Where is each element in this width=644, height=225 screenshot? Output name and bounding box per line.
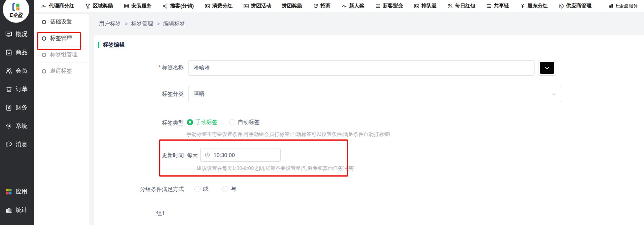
tag-type-radio[interactable]: 自动标签	[229, 119, 260, 126]
topnav-item[interactable]: 消费分红	[205, 2, 233, 9]
breadcrumb-separator: >	[124, 21, 127, 27]
sidebar-item[interactable]: 统计	[5, 205, 27, 215]
image-icon	[205, 3, 210, 9]
topnav-items: 代理商分红区域奖励安装服务推客(分销)消费分红拼团活动拼团奖励招商新人奖新客裂变…	[41, 2, 592, 9]
topnav-item[interactable]: 共享链	[486, 2, 509, 9]
topnav-item[interactable]: 每日红包	[447, 2, 475, 9]
tag-type-radio[interactable]: 手动标签	[187, 119, 217, 126]
share-icon	[162, 3, 168, 9]
tag-category-value: 嘻嘻	[194, 91, 205, 98]
collapse-toggle-button[interactable]	[538, 60, 556, 76]
breadcrumb: 用户标签>标签管理>编辑标签	[99, 20, 185, 27]
section-accent-bar	[98, 42, 99, 48]
chevron-down-icon	[544, 65, 550, 71]
submenu-list: 基础设置标签管理标签组管理邀请标签	[34, 14, 89, 79]
submenu-item-active[interactable]: 标签管理	[34, 30, 89, 46]
group-condition-radio[interactable]: 或	[194, 186, 208, 193]
sidebar-item[interactable]: 消息	[5, 139, 27, 149]
breadcrumb-item: 编辑标签	[163, 20, 185, 27]
topnav-item-label: 供应商管理	[566, 2, 592, 9]
topnav-item[interactable]: 推客(分销)	[162, 2, 194, 9]
topnav-item-label: 区域奖励	[93, 2, 113, 9]
topnav-item[interactable]: 拼团活动	[243, 2, 271, 9]
submenu-item-label: 基础设置	[50, 18, 72, 25]
time-picker[interactable]: 10:30:00	[200, 148, 281, 162]
tag-name-label: *标签名称	[94, 64, 184, 71]
pen-icon	[41, 3, 47, 9]
sidebar-item[interactable]: 订单	[5, 84, 27, 94]
sidebar-item[interactable]: 财务	[5, 102, 27, 112]
breadcrumb-item[interactable]: 标签管理	[131, 20, 153, 27]
section-header: 标签编辑	[98, 41, 125, 48]
group-condition-label: 分组条件满足方式	[94, 186, 184, 193]
submenu-item[interactable]: 标签组管理	[34, 46, 89, 63]
apps-icon	[5, 188, 13, 195]
sidebar-item-label: 系统	[16, 122, 27, 130]
submenu-item-label: 标签管理	[50, 35, 72, 42]
sidebar-item[interactable]: 系统	[5, 121, 27, 131]
topnav-item[interactable]: 安装服务	[124, 2, 152, 9]
table-icon	[124, 3, 129, 9]
tag-type-radio-group: 手动标签自动标签	[187, 119, 260, 126]
sidebar-bottom-menu: 应用统计	[5, 186, 27, 215]
update-time-prefix: 每天	[187, 152, 198, 159]
topnav-item[interactable]: 股东分红	[520, 2, 548, 9]
breadcrumb-separator: >	[156, 21, 160, 27]
sidebar-item-label: 会员	[16, 67, 27, 75]
link-icon	[447, 3, 453, 9]
topnav-item-label: 每日红包	[455, 2, 475, 9]
goods-icon	[5, 49, 13, 56]
top-navigation: 代理商分红区域奖励安装服务推客(分销)消费分红拼团活动拼团奖励招商新人奖新客裂变…	[34, 0, 644, 12]
app-logo: E企盈	[3, 0, 29, 23]
tag-name-input[interactable]	[188, 60, 535, 76]
group-divider	[163, 207, 636, 207]
topnav-item[interactable]: 新客裂变	[375, 2, 403, 9]
orders-icon	[5, 86, 13, 93]
image-icon	[414, 3, 420, 9]
members-icon	[5, 67, 13, 75]
topnav-item[interactable]: 供应商管理	[558, 2, 592, 9]
sidebar-item[interactable]: 应用	[5, 186, 27, 196]
topnav-item-label: 消费分红	[212, 2, 233, 9]
time-value: 10:30:00	[213, 152, 235, 158]
topnav-item[interactable]: 招商	[313, 2, 331, 9]
submenu-item[interactable]: 邀请标签	[34, 63, 89, 79]
submenu-item-label: 邀请标签	[50, 68, 72, 75]
circle-icon	[42, 20, 46, 24]
group-title: 组1	[156, 210, 165, 217]
tag-type-hint: 手动标签不需要设置条件,可手动给会员打标签;自动标签可以设置条件,满足条件自动打…	[187, 131, 390, 138]
topnav-item[interactable]: 排队返	[414, 2, 437, 9]
topnav-item-label: 共享链	[494, 2, 509, 9]
topnav-item[interactable]: 区域奖励	[85, 2, 113, 9]
sidebar-item[interactable]: 概况	[5, 29, 27, 39]
tag-category-label: 标签分类	[94, 91, 184, 98]
topnav-item-label: 代理商分红	[49, 2, 74, 9]
group-condition-radio[interactable]: 与	[222, 186, 236, 193]
radio-checked-icon	[187, 119, 193, 125]
sidebar-item[interactable]: 会员	[5, 66, 27, 76]
sidebar-item-label: 消息	[16, 141, 27, 148]
topnav-item[interactable]: 新人奖	[341, 2, 364, 9]
topnav-item-label: 股东分红	[527, 2, 548, 9]
sidebar-menu: 概况商品会员订单财务系统消息	[5, 29, 27, 149]
radio-icon	[222, 186, 228, 192]
collapse-toggle-inner	[540, 62, 554, 74]
tag-category-select[interactable]: 嘻嘻	[188, 86, 561, 102]
topnav-service-item[interactable]: E企盈服务	[608, 3, 638, 9]
radio-icon	[229, 119, 235, 125]
update-time-hint: 建议设置在每天1:00-8:00之间,尽量不要设置整点,避免和其他任务冲突!	[197, 165, 355, 172]
breadcrumb-item[interactable]: 用户标签	[99, 20, 121, 27]
sidebar-item[interactable]: 商品	[5, 47, 27, 57]
system-icon	[5, 122, 13, 130]
radio-icon	[194, 186, 201, 192]
sidebar-item-label: 统计	[16, 206, 27, 214]
topnav-item-label: 推客(分销)	[170, 2, 194, 9]
finance-icon	[5, 104, 13, 111]
app-window: 代理商分红区域奖励安装服务推客(分销)消费分红拼团活动拼团奖励招商新人奖新客裂变…	[0, 0, 644, 225]
submenu-item[interactable]: 基础设置	[34, 14, 89, 30]
main-area: 用户标签>标签管理>编辑标签 标签编辑 *标签名称 标签分类 嘻嘻 标签类型	[89, 12, 644, 225]
topnav-item[interactable]: 代理商分红	[41, 2, 74, 9]
stats-icon	[5, 206, 13, 214]
topnav-item[interactable]: 拼团奖励	[282, 2, 302, 9]
image-icon	[243, 3, 249, 9]
